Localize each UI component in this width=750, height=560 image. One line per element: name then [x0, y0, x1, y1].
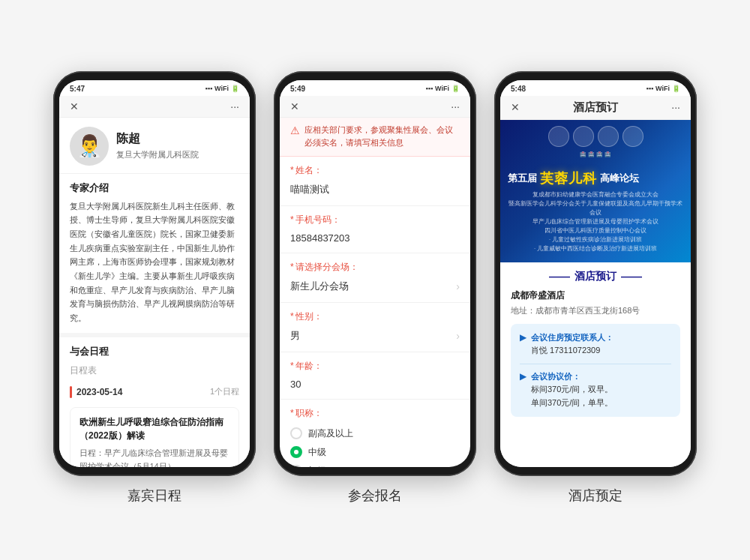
phone2-header: ✕ ··· [280, 96, 470, 118]
expert-name: 陈超 [116, 131, 199, 147]
phones-container: 5:47 ▪▪▪ WiFi 🔋 ✕ ··· [31, 56, 719, 505]
warning-banner: ⚠ 应相关部门要求，参观聚集性展会、会议必须实名，请填写相关信息 [280, 118, 470, 157]
value-venue: 新生儿分会场 [290, 278, 349, 295]
phone1: 5:47 ▪▪▪ WiFi 🔋 ✕ ··· [53, 71, 256, 476]
warning-icon: ⚠ [290, 124, 300, 136]
field-venue[interactable]: 请选择分会场： 新生儿分会场 › [280, 253, 470, 303]
phone3-wrapper: 5:48 ▪▪▪ WiFi 🔋 ✕ 酒店预订 ··· [494, 71, 697, 505]
phone3-time: 5:48 [511, 85, 526, 93]
price-row: ▶ 会议协议价： 标间370元/间，双早。 单间370元/间，单早。 [520, 370, 671, 410]
banner-circle1 [548, 126, 569, 147]
phone1-status-bar: 5:47 ▪▪▪ WiFi 🔋 [59, 80, 250, 96]
back2-icon[interactable]: ✕ [290, 100, 299, 112]
label-age: 年龄： [290, 360, 460, 373]
date-text: 2023-05-14 [76, 387, 122, 397]
schedule-header: 与会日程 [59, 337, 250, 364]
gender-arrow-icon: › [456, 330, 460, 342]
expert-hospital: 复旦大学附属儿科医院 [116, 149, 199, 160]
radio-fuggao-label: 副高及以上 [308, 427, 353, 440]
expert-avatar: 👨‍⚕️ [70, 127, 109, 166]
contact-label: 会议住房预定联系人： [531, 333, 614, 342]
wifi-icon: WiFi [214, 85, 229, 92]
expert-profile: 👨‍⚕️ 陈超 复旦大学附属儿科医院 [59, 118, 250, 174]
value-age[interactable]: 30 [290, 377, 460, 391]
phone3-header-title: 酒店预订 [520, 100, 671, 115]
banner-main-title: 第五届 芙蓉儿科 高峰论坛 [508, 169, 683, 187]
banner-content: 第五届 芙蓉儿科 高峰论坛 复成都市妇幼健康学会医育融合专委会成立大会 暨高新医… [508, 169, 683, 253]
field-phone: 手机号码： 18584837203 [280, 206, 470, 253]
price-arrow-icon: ▶ [520, 371, 526, 382]
contact-row: ▶ 会议住房预定联系人： 肖悦 17311072309 [520, 331, 671, 358]
signal2-icon: ▪▪▪ [426, 85, 434, 92]
wifi2-icon: WiFi [435, 85, 449, 92]
contact-arrow-icon: ▶ [520, 332, 526, 343]
phone3: 5:48 ▪▪▪ WiFi 🔋 ✕ 酒店预订 ··· [494, 71, 697, 476]
contact-phone-num[interactable]: 17311072309 [550, 346, 600, 355]
hotel-banner: 🏥 🏥 🏥 🏥 第五届 芙蓉儿科 高峰论坛 复成都市妇幼健康学会医育融合专委会成… [500, 120, 691, 262]
label-venue: 请选择分会场： [290, 261, 460, 274]
gender-row[interactable]: 男 › [290, 328, 460, 344]
radio-fuggao-circle[interactable] [290, 427, 302, 439]
form-content: 姓名： 喵喵测试 手机号码： 18584837203 请选择分会场： 新生儿分会… [280, 157, 470, 467]
battery-icon: 🔋 [231, 85, 239, 92]
banner-circle2 [573, 126, 594, 147]
radio-fuggao[interactable]: 副高及以上 [290, 427, 460, 440]
date-badge: 2023-05-14 [70, 386, 122, 398]
banner-desc: 复成都市妇幼健康学会医育融合专委会成立大会 暨高新医学会儿科学分会关于儿童保健联… [508, 190, 683, 253]
hotel-address: 地址：成都市青羊区西玉龙街168号 [511, 305, 680, 316]
phone3-screen: 5:48 ▪▪▪ WiFi 🔋 ✕ 酒店预订 ··· [500, 80, 691, 467]
wifi3-icon: WiFi [656, 85, 670, 92]
signal3-icon: ▪▪▪ [646, 85, 654, 92]
radio-chuji[interactable]: 初级 [290, 465, 460, 467]
phone1-screen: 5:47 ▪▪▪ WiFi 🔋 ✕ ··· [59, 80, 250, 467]
radio-zhongji-circle[interactable] [290, 446, 302, 458]
hotel-section: 酒店预订 成都帝盛酒店 地址：成都市青羊区西玉龙街168号 ▶ 会议住房预定联系… [500, 262, 691, 431]
schedule-table-label: 日程表 [59, 364, 250, 382]
expert-info: 陈超 复旦大学附属儿科医院 [116, 131, 199, 160]
radio-group: 副高及以上 中级 初级 [290, 424, 460, 467]
label-gender: 性别： [290, 310, 460, 323]
phone2-label: 参会报名 [348, 487, 402, 505]
phone2: 5:49 ▪▪▪ WiFi 🔋 ✕ ··· ⚠ 应相关部门要求，参观聚集 [274, 71, 476, 476]
schedule-meta: 日程：早产儿临床综合管理新进展及母婴照护学术会议（5月14日） 时间：09:10… [80, 447, 230, 467]
phone2-status-bar: 5:49 ▪▪▪ WiFi 🔋 [280, 80, 470, 96]
date-bar [70, 386, 72, 398]
hotel-booking-title: 酒店预订 [511, 270, 680, 283]
more-icon[interactable]: ··· [230, 100, 239, 112]
value-phone[interactable]: 18584837203 [290, 231, 460, 245]
radio-chuji-circle[interactable] [290, 465, 302, 466]
phone2-time: 5:49 [290, 85, 305, 93]
schedule-item-title: 欧洲新生儿呼吸窘迫综合征防治指南（2022版）解读 [80, 415, 230, 442]
banner-top-logos: 🏥 🏥 🏥 🏥 [500, 151, 691, 160]
intro-text: 复旦大学附属儿科医院新生儿科主任医师、教授、博士生导师，复旦大学附属儿科医院安徽… [59, 199, 250, 333]
radio-zhongji[interactable]: 中级 [290, 446, 460, 459]
label-phone: 手机号码： [290, 214, 460, 226]
more2-icon[interactable]: ··· [451, 100, 460, 112]
warning-text: 应相关部门要求，参观聚集性展会、会议必须实名，请填写相关信息 [304, 124, 460, 150]
price-single: 单间370元/间，单早。 [531, 398, 613, 407]
hotel-info-card: ▶ 会议住房预定联系人： 肖悦 17311072309 [511, 324, 680, 418]
price-label: 会议协议价： [531, 372, 580, 381]
label-name: 姓名： [290, 164, 460, 177]
battery2-icon: 🔋 [452, 85, 460, 92]
count-badge: 1个日程 [210, 386, 239, 397]
signal-icon: ▪▪▪ [206, 85, 213, 92]
more3-icon[interactable]: ··· [671, 101, 680, 113]
phone3-content: 🏥 🏥 🏥 🏥 第五届 芙蓉儿科 高峰论坛 复成都市妇幼健康学会医育融合专委会成… [500, 120, 691, 467]
back-icon[interactable]: ✕ [70, 100, 79, 112]
phone1-content: 👨‍⚕️ 陈超 复旦大学附属儿科医院 专家介绍 复旦大学附属儿科医院新生儿科主任… [59, 118, 250, 467]
field-age: 年龄： 30 [280, 352, 470, 400]
phone3-label: 酒店预定 [568, 487, 622, 505]
back3-icon[interactable]: ✕ [511, 101, 520, 113]
value-name[interactable]: 喵喵测试 [290, 181, 460, 198]
phone1-wrapper: 5:47 ▪▪▪ WiFi 🔋 ✕ ··· [53, 71, 256, 505]
schedule-sub: 日程：早产儿临床综合管理新进展及母婴照护学术会议（5月14日） [80, 447, 230, 467]
label-title: 职称： [290, 407, 460, 420]
field-gender[interactable]: 性别： 男 › [280, 303, 470, 352]
venue-row[interactable]: 新生儿分会场 › [290, 278, 460, 295]
field-name: 姓名： 喵喵测试 [280, 157, 470, 206]
value-gender: 男 [290, 328, 300, 344]
info-divider [520, 364, 671, 364]
field-title: 职称： 副高及以上 中级 [280, 400, 470, 467]
phone1-signal: ▪▪▪ WiFi 🔋 [206, 85, 240, 92]
